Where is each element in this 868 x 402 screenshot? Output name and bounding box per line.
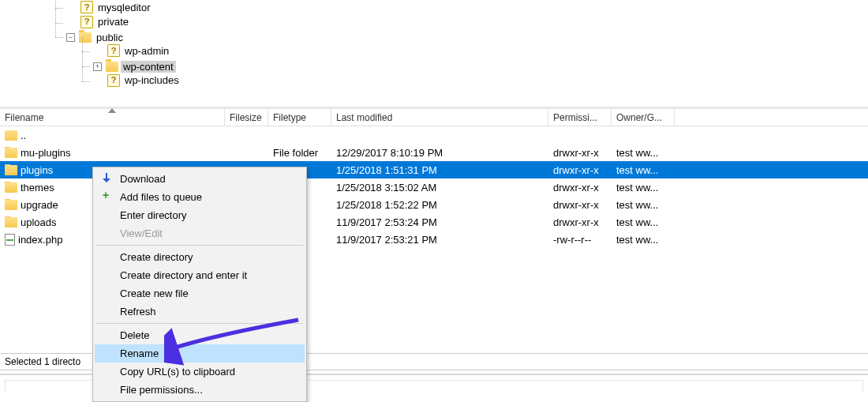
menu-item-create-directory[interactable]: Create directory — [95, 248, 305, 266]
cell-mod: 1/25/2018 3:15:02 AM — [331, 182, 548, 193]
expander-spacer — [66, 3, 77, 12]
unknown-folder-icon: ? — [80, 16, 93, 28]
cell-perm: -rw-r--r-- — [548, 234, 612, 246]
expander-spacer — [66, 17, 77, 26]
col-header-filetype[interactable]: Filetype — [268, 109, 331, 126]
cell-owner: test ww... — [612, 182, 675, 193]
unknown-folder-icon: ? — [107, 74, 120, 87]
tree-label: private — [95, 16, 131, 28]
cell-perm: drwxr-xr-x — [548, 216, 612, 228]
file-name: themes — [21, 182, 54, 193]
tree-node[interactable]: −public — [66, 32, 125, 43]
file-name: index.php — [18, 234, 62, 246]
tree-node[interactable]: ?wp-includes — [93, 74, 181, 87]
folder-icon — [5, 182, 17, 193]
folder-icon — [5, 148, 17, 158]
menu-item-add-files-to-queue[interactable]: Add files to queue — [95, 188, 305, 206]
tree-label: public — [94, 32, 125, 43]
col-header-owner[interactable]: Owner/G... — [612, 109, 675, 126]
sort-indicator-icon — [108, 108, 116, 113]
menu-item-file-permissions[interactable]: File permissions... — [95, 381, 305, 399]
tree-node[interactable]: ?wp-admin — [93, 44, 171, 57]
tree-label: wp-includes — [122, 74, 181, 86]
cell-owner: test ww... — [612, 199, 675, 211]
tree-label: wp-admin — [122, 45, 171, 57]
download-icon — [100, 172, 113, 185]
col-header-modified[interactable]: Last modified — [331, 109, 548, 126]
menu-item-delete[interactable]: Delete — [95, 326, 305, 344]
cell-mod: 1/25/2018 1:52:22 PM — [331, 199, 548, 211]
expander-spacer — [93, 76, 103, 85]
tree-label: wp-content — [121, 61, 176, 73]
menu-item-rename[interactable]: Rename — [95, 344, 305, 363]
folder-icon — [79, 32, 92, 43]
menu-item-label: Create directory and enter it — [120, 269, 247, 281]
cell-perm: drwxr-xr-x — [548, 147, 612, 159]
folder-icon — [5, 165, 17, 175]
cell-type: File folder — [268, 147, 331, 159]
expand-icon[interactable]: + — [93, 62, 102, 71]
menu-item-download[interactable]: Download — [95, 170, 305, 188]
menu-item-label: Refresh — [120, 306, 156, 317]
menu-item-create-directory-and-enter-it[interactable]: Create directory and enter it — [95, 266, 305, 284]
cell-owner: test ww... — [612, 234, 675, 246]
folder-icon — [5, 200, 17, 210]
menu-item-label: Delete — [120, 329, 150, 341]
file-row[interactable]: mu-pluginsFile folder12/29/2017 8:10:19 … — [0, 144, 868, 161]
context-menu[interactable]: DownloadAdd files to queueEnter director… — [92, 167, 307, 402]
status-text: Selected 1 directo — [5, 356, 80, 367]
menu-item-create-new-file[interactable]: Create new file — [95, 284, 305, 302]
cell-mod: 12/29/2017 8:10:19 PM — [331, 147, 548, 159]
cell-mod: 1/25/2018 1:51:31 PM — [331, 164, 548, 176]
tree-label: mysqleditor — [95, 2, 152, 13]
queue-icon — [100, 190, 113, 203]
menu-item-label: Copy URL(s) to clipboard — [120, 366, 235, 378]
col-header-filesize[interactable]: Filesize — [225, 109, 268, 126]
menu-separator — [96, 323, 303, 324]
file-name: .. — [21, 130, 26, 141]
tree-node[interactable]: ?private — [66, 16, 131, 28]
menu-item-label: File permissions... — [120, 384, 203, 396]
menu-item-label: View/Edit — [120, 227, 163, 239]
menu-item-label: Create directory — [120, 251, 193, 263]
col-label: Filename — [5, 112, 43, 123]
file-name: uploads — [21, 216, 57, 228]
file-row[interactable]: .. — [0, 126, 868, 144]
file-name: upgrade — [21, 199, 58, 211]
cell-perm: drwxr-xr-x — [548, 164, 612, 176]
menu-item-label: Create new file — [120, 287, 189, 299]
expander-spacer — [93, 47, 103, 55]
parent-dir-icon — [5, 130, 17, 141]
remote-tree-panel[interactable]: ?mysqleditor?private−public?wp-admin+wp-… — [0, 0, 868, 107]
tree-node[interactable]: +wp-content — [93, 61, 176, 73]
menu-separator — [96, 245, 303, 246]
file-name: plugins — [21, 164, 53, 176]
cell-perm: drwxr-xr-x — [548, 182, 612, 193]
cell-mod: 11/9/2017 2:53:21 PM — [331, 234, 548, 246]
col-header-permissions[interactable]: Permissi... — [548, 109, 612, 126]
folder-icon — [106, 62, 118, 72]
menu-item-label: Rename — [120, 348, 159, 359]
cell-owner: test ww... — [612, 216, 675, 228]
menu-item-refresh[interactable]: Refresh — [95, 302, 305, 321]
cell-mod: 11/9/2017 2:53:24 PM — [331, 216, 548, 228]
file-name: mu-plugins — [21, 147, 71, 159]
tree-node[interactable]: ?mysqleditor — [66, 1, 152, 13]
menu-item-label: Add files to queue — [120, 191, 202, 203]
php-file-icon — [5, 234, 15, 246]
menu-item-view-edit: View/Edit — [95, 224, 305, 242]
menu-item-label: Enter directory — [120, 209, 187, 221]
folder-icon — [5, 217, 17, 227]
unknown-folder-icon: ? — [80, 1, 93, 13]
menu-item-enter-directory[interactable]: Enter directory — [95, 206, 305, 224]
menu-item-copy-url-s-to-clipboard[interactable]: Copy URL(s) to clipboard — [95, 363, 305, 381]
col-header-filename[interactable]: Filename — [0, 109, 225, 126]
collapse-icon[interactable]: − — [66, 33, 75, 42]
unknown-folder-icon: ? — [107, 44, 120, 57]
cell-owner: test ww... — [612, 164, 675, 176]
file-list-header[interactable]: Filename Filesize Filetype Last modified… — [0, 109, 868, 126]
menu-item-label: Download — [120, 173, 166, 185]
cell-perm: drwxr-xr-x — [548, 199, 612, 211]
cell-owner: test ww... — [612, 147, 675, 159]
